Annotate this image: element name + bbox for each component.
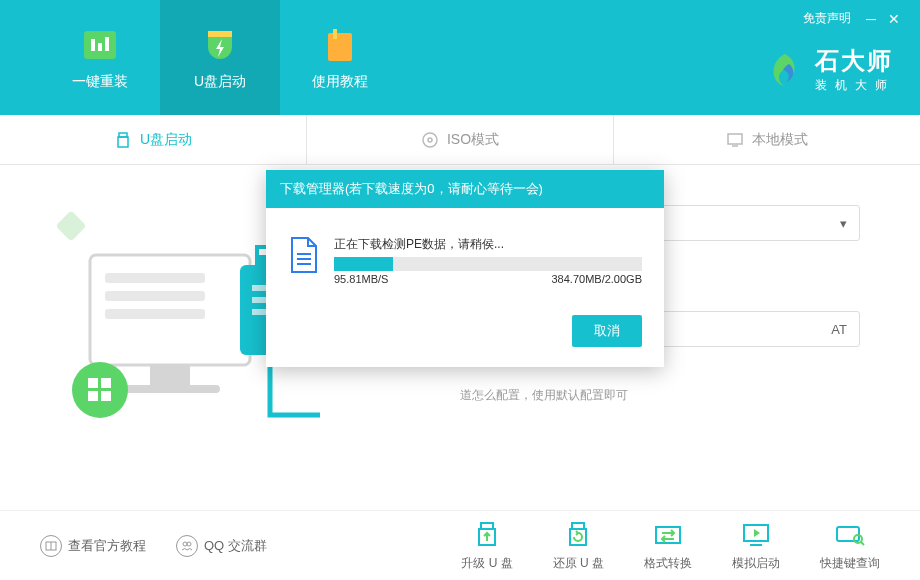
- disc-icon: [421, 131, 439, 149]
- subtab-label: 本地模式: [752, 131, 808, 149]
- book-open-icon: [40, 535, 62, 557]
- brand: 石大师 装机大师: [765, 45, 895, 94]
- action-label: 格式转换: [644, 555, 692, 572]
- svg-rect-15: [105, 291, 205, 301]
- svg-rect-14: [105, 273, 205, 283]
- shield-bolt-icon: [200, 25, 240, 65]
- subtab-label: U盘启动: [140, 131, 192, 149]
- monitor-play-icon: [740, 519, 772, 551]
- file-icon: [288, 236, 320, 274]
- app-header: 一键重装 U盘启动 使用教程 免责声明 ─ ✕ 石大师 装机大师: [0, 0, 920, 115]
- svg-rect-4: [208, 31, 232, 37]
- svg-rect-39: [570, 529, 586, 545]
- monitor-icon: [726, 131, 744, 149]
- svg-rect-11: [728, 134, 742, 144]
- action-upgrade-usb[interactable]: 升级 U 盘: [461, 519, 512, 572]
- svg-rect-40: [656, 527, 680, 543]
- action-label: 升级 U 盘: [461, 555, 512, 572]
- close-icon[interactable]: ✕: [888, 11, 900, 27]
- modal-body: 正在下载检测PE数据，请稍侯... 95.81MB/S 384.70MB/2.0…: [266, 208, 664, 367]
- download-modal: 下载管理器(若下载速度为0，请耐心等待一会) 正在下载检测PE数据，请稍侯...…: [266, 170, 664, 367]
- svg-rect-3: [105, 37, 109, 51]
- link-label: QQ 交流群: [204, 537, 267, 555]
- window-controls: ─ ✕: [866, 11, 900, 27]
- brand-subtitle: 装机大师: [815, 77, 895, 94]
- action-label: 还原 U 盘: [553, 555, 604, 572]
- progress-bar: [334, 257, 642, 271]
- config-hint: 道怎么配置，使用默认配置即可: [460, 387, 860, 404]
- tutorial-link[interactable]: 查看官方教程: [40, 535, 146, 557]
- brand-text: 石大师 装机大师: [815, 45, 895, 94]
- keyboard-search-icon: [834, 519, 866, 551]
- usb-icon: [114, 131, 132, 149]
- convert-icon: [652, 519, 684, 551]
- tab-tutorial[interactable]: 使用教程: [280, 0, 400, 115]
- subtab-label: ISO模式: [447, 131, 499, 149]
- action-hotkey-lookup[interactable]: 快捷键查询: [820, 519, 880, 572]
- action-restore-usb[interactable]: 还原 U 盘: [553, 519, 604, 572]
- book-icon: [320, 25, 360, 65]
- brand-title: 石大师: [815, 45, 895, 77]
- usb-up-icon: [471, 519, 503, 551]
- header-right: 免责声明 ─ ✕: [803, 10, 900, 27]
- minimize-icon[interactable]: ─: [866, 11, 876, 27]
- people-icon: [176, 535, 198, 557]
- footer-left: 查看官方教程 QQ 交流群: [40, 535, 267, 557]
- tab-usb-boot[interactable]: U盘启动: [160, 0, 280, 115]
- footer-actions: 升级 U 盘 还原 U 盘 格式转换 模拟启动 快捷键查询: [461, 519, 880, 572]
- svg-rect-6: [333, 29, 337, 39]
- subtab-iso[interactable]: ISO模式: [307, 115, 614, 164]
- progress-fill: [334, 257, 393, 271]
- svg-rect-18: [120, 385, 220, 393]
- svg-rect-16: [105, 309, 205, 319]
- svg-rect-17: [150, 365, 190, 385]
- svg-point-34: [183, 542, 187, 546]
- action-label: 快捷键查询: [820, 555, 880, 572]
- svg-rect-23: [101, 391, 111, 401]
- tab-reinstall[interactable]: 一键重装: [40, 0, 160, 115]
- modal-title: 下载管理器(若下载速度为0，请耐心等待一会): [266, 170, 664, 208]
- svg-rect-8: [118, 137, 128, 147]
- svg-point-35: [187, 542, 191, 546]
- format-suffix: AT: [831, 322, 847, 337]
- svg-rect-31: [55, 210, 86, 241]
- header-tabs: 一键重装 U盘启动 使用教程: [40, 0, 400, 115]
- tab-label: 一键重装: [72, 73, 128, 91]
- chevron-down-icon: ▾: [840, 216, 847, 231]
- svg-point-19: [72, 362, 128, 418]
- subtab-local[interactable]: 本地模式: [614, 115, 920, 164]
- action-simulate-boot[interactable]: 模拟启动: [732, 519, 780, 572]
- svg-point-10: [428, 138, 432, 142]
- svg-line-45: [861, 542, 864, 545]
- tab-label: 使用教程: [312, 73, 368, 91]
- bar-chart-icon: [80, 25, 120, 65]
- download-status: 正在下载检测PE数据，请稍侯...: [334, 236, 642, 253]
- brand-logo-icon: [765, 50, 805, 90]
- tab-label: U盘启动: [194, 73, 246, 91]
- cancel-button[interactable]: 取消: [572, 315, 642, 347]
- qq-group-link[interactable]: QQ 交流群: [176, 535, 267, 557]
- svg-rect-1: [91, 39, 95, 51]
- svg-rect-20: [88, 378, 98, 388]
- download-speed: 95.81MB/S: [334, 273, 388, 285]
- svg-rect-5: [328, 33, 352, 61]
- svg-rect-21: [101, 378, 111, 388]
- action-label: 模拟启动: [732, 555, 780, 572]
- svg-rect-43: [837, 527, 859, 541]
- svg-rect-22: [88, 391, 98, 401]
- svg-point-9: [423, 133, 437, 147]
- download-progress-text: 384.70MB/2.00GB: [551, 273, 642, 285]
- link-label: 查看官方教程: [68, 537, 146, 555]
- usb-refresh-icon: [562, 519, 594, 551]
- subtab-usb[interactable]: U盘启动: [0, 115, 307, 164]
- disclaimer-link[interactable]: 免责声明: [803, 10, 851, 27]
- footer: 查看官方教程 QQ 交流群 升级 U 盘 还原 U 盘 格式转换 模拟启动 快捷…: [0, 510, 920, 580]
- action-format-convert[interactable]: 格式转换: [644, 519, 692, 572]
- subtabs: U盘启动 ISO模式 本地模式: [0, 115, 920, 165]
- svg-rect-2: [98, 43, 102, 51]
